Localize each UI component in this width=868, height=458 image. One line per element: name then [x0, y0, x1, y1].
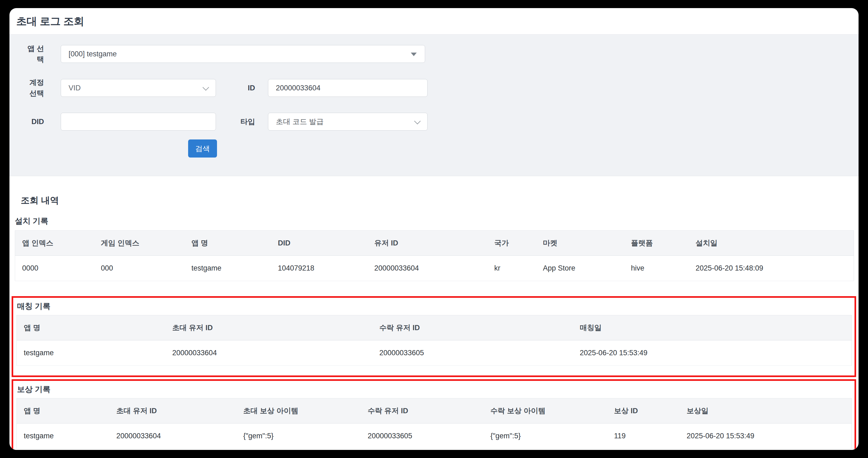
column-header: 매칭일	[573, 315, 851, 340]
column-header: 국가	[487, 231, 536, 256]
column-header: 게임 인덱스	[94, 231, 185, 256]
table-cell: 20000033604	[367, 256, 487, 281]
column-header: 수락 유저 ID	[372, 315, 573, 340]
table-cell: App Store	[536, 256, 624, 281]
header-row: 앱 명초대 유저 ID초대 보상 아이템수락 유저 ID수락 보상 아이템보상 …	[17, 398, 852, 423]
matching-records-table: 앱 명초대 유저 ID수락 유저 ID매칭일testgame2000003360…	[17, 315, 852, 366]
reward-records-highlight: 보상 기록 앱 명초대 유저 ID초대 보상 아이템수락 유저 ID수락 보상 …	[11, 379, 856, 450]
type-label: 타입	[232, 113, 255, 131]
table-cell: testgame	[184, 256, 271, 281]
table-cell: 0000	[15, 256, 94, 281]
table-cell: 2025-06-20 15:53:49	[573, 340, 851, 366]
table-row: testgame20000033604200000336052025-06-20…	[17, 340, 852, 366]
matching-records-highlight: 매칭 기록 앱 명초대 유저 ID수락 유저 ID매칭일testgame2000…	[11, 296, 856, 377]
table-cell: 000	[94, 256, 185, 281]
panel-header: 초대 로그 조회	[9, 8, 859, 34]
reward-records-table: 앱 명초대 유저 ID초대 보상 아이템수락 유저 ID수락 보상 아이템보상 …	[17, 398, 852, 449]
table-cell: 119	[607, 423, 680, 449]
table-cell: {"gem":5}	[484, 423, 607, 449]
column-header: 앱 명	[17, 315, 165, 340]
table-cell: {"gem":5}	[236, 423, 361, 449]
chevron-down-icon	[203, 84, 209, 91]
column-header: 수락 보상 아이템	[484, 398, 607, 423]
column-header: 보상일	[680, 398, 851, 423]
search-button[interactable]: 검색	[188, 139, 217, 158]
column-header: DID	[271, 231, 367, 256]
install-records-table: 앱 인덱스게임 인덱스앱 명DID유저 ID국가마켓플랫폼설치일0000000t…	[15, 230, 854, 281]
column-header: 앱 인덱스	[15, 231, 94, 256]
type-select[interactable]: 초대 코드 발급	[268, 113, 428, 131]
id-label: ID	[232, 79, 255, 97]
column-header: 유저 ID	[367, 231, 487, 256]
invite-log-panel: 초대 로그 조회 앱 선택 [000] testgame 계정 선택 VID I…	[9, 8, 859, 450]
column-header: 마켓	[536, 231, 624, 256]
table-cell: 104079218	[271, 256, 367, 281]
column-header: 수락 유저 ID	[361, 398, 484, 423]
results-section: 조회 내역 설치 기록 앱 인덱스게임 인덱스앱 명DID유저 ID국가마켓플랫…	[9, 194, 859, 450]
table-cell: kr	[487, 256, 536, 281]
account-type-select[interactable]: VID	[61, 79, 216, 97]
column-header: 초대 보상 아이템	[236, 398, 361, 423]
app-select-label: 앱 선택	[21, 45, 44, 63]
page-title: 초대 로그 조회	[16, 14, 84, 29]
column-header: 초대 유저 ID	[109, 398, 236, 423]
table-cell: 20000033605	[372, 340, 573, 366]
app-select-value: [000] testgame	[68, 50, 117, 58]
type-select-value: 초대 코드 발급	[276, 117, 323, 127]
matching-records-title: 매칭 기록	[17, 301, 852, 312]
chevron-down-icon	[414, 118, 421, 124]
table-cell: 2025-06-20 15:48:09	[688, 256, 854, 281]
table-cell: 20000033604	[109, 423, 236, 449]
table-row: testgame20000033604{"gem":5}20000033605{…	[17, 423, 852, 449]
caret-down-icon	[411, 53, 417, 56]
search-form: 앱 선택 [000] testgame 계정 선택 VID ID DID 타입 …	[9, 34, 859, 176]
column-header: 보상 ID	[607, 398, 680, 423]
install-records-title: 설치 기록	[15, 216, 854, 227]
column-header: 플랫폼	[624, 231, 688, 256]
column-header: 앱 명	[184, 231, 271, 256]
table-cell: testgame	[17, 423, 109, 449]
reward-records-title: 보상 기록	[17, 384, 852, 395]
table-cell: hive	[624, 256, 688, 281]
column-header: 초대 유저 ID	[165, 315, 372, 340]
column-header: 앱 명	[17, 398, 109, 423]
table-cell: 20000033605	[361, 423, 484, 449]
column-header: 설치일	[688, 231, 854, 256]
did-label: DID	[21, 113, 44, 131]
table-cell: 20000033604	[165, 340, 372, 366]
account-select-label: 계정 선택	[21, 79, 44, 97]
id-input[interactable]	[268, 79, 428, 97]
app-select[interactable]: [000] testgame	[61, 45, 425, 63]
table-cell: testgame	[17, 340, 165, 366]
results-title: 조회 내역	[21, 194, 854, 207]
did-input[interactable]	[61, 113, 216, 131]
account-type-select-value: VID	[68, 84, 81, 92]
header-row: 앱 인덱스게임 인덱스앱 명DID유저 ID국가마켓플랫폼설치일	[15, 231, 854, 256]
table-cell: 2025-06-20 15:53:49	[680, 423, 851, 449]
table-row: 0000000testgame10407921820000033604krApp…	[15, 256, 854, 281]
header-row: 앱 명초대 유저 ID수락 유저 ID매칭일	[17, 315, 852, 340]
